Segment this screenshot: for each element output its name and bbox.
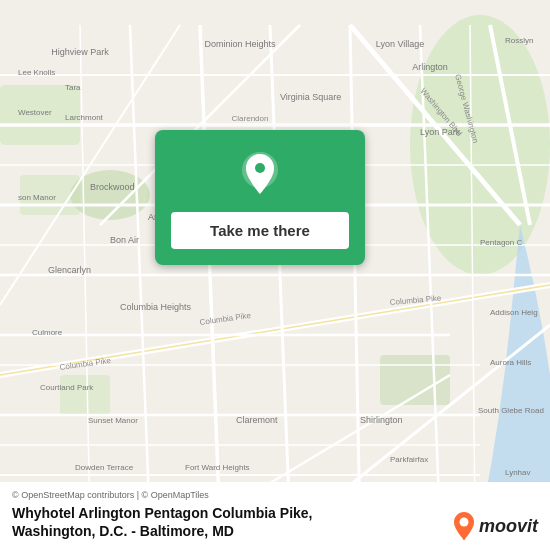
svg-text:Lyon Park: Lyon Park (420, 127, 461, 137)
location-name: Whyhotel Arlington Pentagon Columbia Pik… (12, 504, 443, 540)
svg-point-76 (255, 163, 265, 173)
svg-text:Columbia Heights: Columbia Heights (120, 302, 192, 312)
svg-text:Aurora Hills: Aurora Hills (490, 358, 531, 367)
location-footer: Whyhotel Arlington Pentagon Columbia Pik… (12, 504, 538, 540)
svg-text:South Glebe Road: South Glebe Road (478, 406, 544, 415)
take-me-there-button[interactable]: Take me there (171, 212, 349, 249)
svg-text:Glencarlyn: Glencarlyn (48, 265, 91, 275)
svg-text:Larchmont: Larchmont (65, 113, 104, 122)
svg-text:Claremont: Claremont (236, 415, 278, 425)
moovit-pin-icon (453, 512, 475, 540)
svg-rect-5 (60, 375, 110, 415)
map-background[interactable]: Clarendon Columbia Pike Columbia Pike Co… (0, 0, 550, 550)
svg-text:Courtland Park: Courtland Park (40, 383, 94, 392)
svg-text:Fort Ward Heights: Fort Ward Heights (185, 463, 250, 472)
svg-text:Westover: Westover (18, 108, 52, 117)
svg-text:Dominion Heights: Dominion Heights (204, 39, 276, 49)
svg-text:Virginia Square: Virginia Square (280, 92, 341, 102)
svg-text:Lynhav: Lynhav (505, 468, 531, 477)
svg-text:Bon Air: Bon Air (110, 235, 139, 245)
svg-text:Rosslyn: Rosslyn (505, 36, 533, 45)
moovit-logo: moovit (453, 512, 538, 540)
svg-text:Highview Park: Highview Park (51, 47, 109, 57)
bottom-info-bar: © OpenStreetMap contributors | © OpenMap… (0, 482, 550, 550)
map-container: Clarendon Columbia Pike Columbia Pike Co… (0, 0, 550, 550)
location-card: Take me there (155, 130, 365, 265)
svg-text:Brockwood: Brockwood (90, 182, 135, 192)
svg-text:Shirlington: Shirlington (360, 415, 403, 425)
svg-text:son Manor: son Manor (18, 193, 56, 202)
svg-text:Pentagon C: Pentagon C (480, 238, 522, 247)
svg-text:Dowden Terrace: Dowden Terrace (75, 463, 134, 472)
svg-text:Parkfairfax: Parkfairfax (390, 455, 428, 464)
moovit-brand-text: moovit (479, 516, 538, 537)
svg-text:Arlington: Arlington (412, 62, 448, 72)
svg-text:Clarendon: Clarendon (232, 114, 269, 123)
svg-text:Addison Heig: Addison Heig (490, 308, 538, 317)
svg-text:Tara: Tara (65, 83, 81, 92)
location-pin-icon (236, 150, 284, 198)
svg-text:Culmore: Culmore (32, 328, 63, 337)
svg-text:Lyon Village: Lyon Village (376, 39, 425, 49)
svg-text:Lee Knolls: Lee Knolls (18, 68, 55, 77)
svg-point-1 (410, 15, 550, 275)
map-attribution: © OpenStreetMap contributors | © OpenMap… (12, 490, 538, 500)
svg-point-77 (459, 518, 468, 527)
svg-text:Sunset Manor: Sunset Manor (88, 416, 138, 425)
